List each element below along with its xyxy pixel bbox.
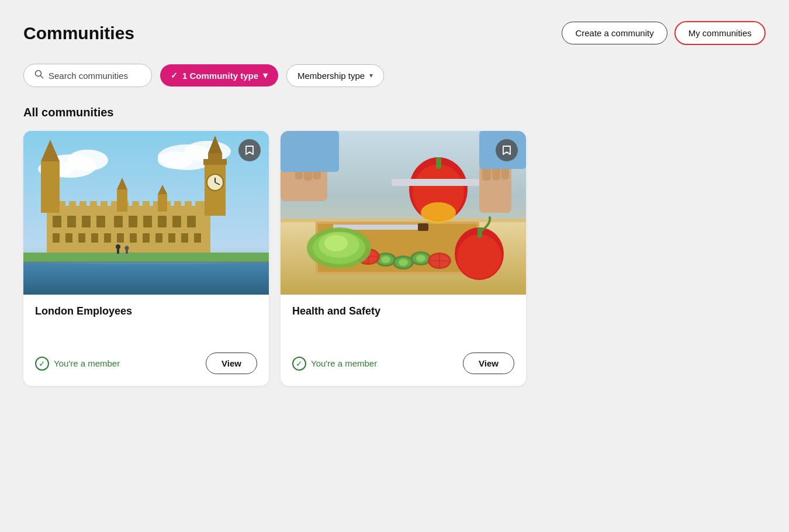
svg-rect-38 <box>69 201 76 208</box>
svg-rect-66 <box>23 253 269 261</box>
svg-rect-53 <box>41 161 60 168</box>
member-check-icon-london: ✓ <box>35 357 49 371</box>
svg-rect-25 <box>78 233 85 243</box>
membership-badge-london: ✓ You're a member <box>35 357 120 371</box>
svg-line-1 <box>41 76 43 78</box>
svg-rect-102 <box>477 227 482 238</box>
svg-rect-45 <box>143 201 150 208</box>
community-type-label: 1 Community type <box>182 71 258 81</box>
svg-rect-34 <box>194 233 201 243</box>
view-button-health[interactable]: View <box>463 353 514 374</box>
svg-rect-105 <box>436 157 441 169</box>
svg-point-81 <box>399 259 408 266</box>
membership-type-label: Membership type <box>297 71 365 81</box>
svg-rect-39 <box>79 201 86 208</box>
svg-rect-30 <box>143 233 150 243</box>
chevron-down-icon: ▾ <box>263 70 268 81</box>
search-communities-input[interactable]: Search communities <box>23 64 152 87</box>
community-card-health-safety: Health and Safety ✓ You're a member View <box>281 131 526 386</box>
svg-rect-20 <box>158 216 167 227</box>
svg-rect-14 <box>67 216 76 227</box>
card-title-health: Health and Safety <box>292 305 514 317</box>
svg-rect-21 <box>172 216 181 227</box>
svg-point-99 <box>324 235 348 251</box>
membership-type-filter-button[interactable]: Membership type ▾ <box>286 64 384 87</box>
svg-rect-32 <box>168 233 175 243</box>
svg-rect-15 <box>82 216 91 227</box>
filters-row: Search communities ✓ 1 Community type ▾ … <box>23 64 766 87</box>
svg-rect-95 <box>418 223 428 231</box>
svg-point-84 <box>416 255 425 262</box>
svg-point-101 <box>457 234 501 279</box>
svg-rect-48 <box>174 201 181 208</box>
svg-rect-49 <box>185 201 192 208</box>
svg-rect-52 <box>41 166 60 213</box>
page-title: Communities <box>23 23 134 43</box>
svg-rect-19 <box>143 216 152 227</box>
svg-rect-16 <box>96 216 105 227</box>
chevron-down-icon: ▾ <box>369 71 373 80</box>
svg-point-68 <box>116 244 120 249</box>
svg-point-78 <box>381 256 390 263</box>
svg-rect-33 <box>181 233 188 243</box>
card-body-london: London Employees ✓ You're a member View <box>23 295 269 386</box>
create-community-button[interactable]: Create a community <box>562 22 667 44</box>
svg-rect-28 <box>117 233 124 243</box>
svg-rect-117 <box>281 131 339 172</box>
svg-rect-18 <box>129 216 137 227</box>
svg-rect-50 <box>195 201 202 208</box>
membership-badge-health: ✓ You're a member <box>292 357 377 371</box>
svg-point-4 <box>67 150 108 171</box>
header-actions: Create a community My communities <box>562 21 766 45</box>
svg-rect-26 <box>91 233 98 243</box>
view-button-london[interactable]: View <box>206 353 257 374</box>
svg-rect-31 <box>155 233 162 243</box>
svg-rect-24 <box>65 233 72 243</box>
my-communities-button[interactable]: My communities <box>674 21 766 45</box>
member-check-icon-health: ✓ <box>292 357 306 371</box>
search-placeholder-text: Search communities <box>49 71 128 81</box>
svg-rect-9 <box>23 260 269 295</box>
svg-rect-44 <box>132 201 139 208</box>
svg-rect-17 <box>114 216 123 227</box>
svg-rect-108 <box>392 179 488 186</box>
svg-rect-22 <box>187 216 196 227</box>
svg-rect-29 <box>130 233 137 243</box>
community-type-filter-button[interactable]: ✓ 1 Community type ▾ <box>160 64 278 87</box>
svg-rect-64 <box>158 194 167 212</box>
svg-rect-60 <box>208 153 222 160</box>
bookmark-button-london[interactable] <box>238 139 261 161</box>
card-footer-london: ✓ You're a member View <box>35 353 257 374</box>
svg-point-106 <box>421 202 456 223</box>
card-title-london: London Employees <box>35 305 257 317</box>
communities-grid: London Employees ✓ You're a member View <box>23 131 766 386</box>
card-body-health: Health and Safety ✓ You're a member View <box>281 295 526 386</box>
card-footer-health: ✓ You're a member View <box>292 353 514 374</box>
svg-rect-41 <box>101 201 108 208</box>
svg-rect-40 <box>90 201 97 208</box>
svg-rect-13 <box>53 216 61 227</box>
card-image-london <box>23 131 269 295</box>
search-icon <box>34 70 44 81</box>
svg-point-70 <box>125 246 129 250</box>
bookmark-button-health[interactable] <box>496 139 518 161</box>
member-label-health: You're a member <box>311 358 377 368</box>
checkmark-icon: ✓ <box>171 71 178 80</box>
svg-rect-27 <box>104 233 111 243</box>
svg-rect-23 <box>53 233 60 243</box>
card-image-health <box>281 131 526 295</box>
community-card-london-employees: London Employees ✓ You're a member View <box>23 131 269 386</box>
member-label-london: You're a member <box>54 358 120 368</box>
svg-rect-62 <box>117 189 127 212</box>
all-communities-heading: All communities <box>23 106 766 119</box>
svg-point-8 <box>158 151 193 169</box>
